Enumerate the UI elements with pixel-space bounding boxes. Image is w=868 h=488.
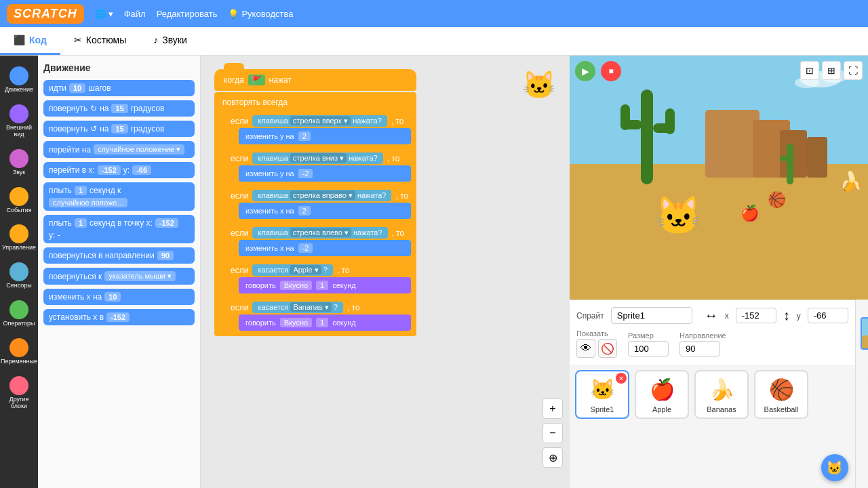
block-point-towards[interactable]: повернуться к указатель мыши ▾ [43, 268, 195, 285]
sprite-item-apple[interactable]: 🍎 Apple [635, 370, 689, 419]
sprite-info-area: Спрайт ↔ x ↕ у Показать 👁 [570, 300, 855, 488]
block-goto-text: перейти на [49, 145, 91, 155]
sprite-props-row: Показать 👁 🚫 Размер Направление [576, 329, 848, 358]
sprite-name-input[interactable] [611, 307, 692, 324]
scene-thumb-svg [862, 319, 868, 350]
block-glide-xy-secs: 1 [75, 218, 87, 228]
scene-thumbnail[interactable] [861, 317, 868, 350]
stage-fullscreen-button[interactable]: ⛶ [844, 61, 863, 80]
if2-then: , то [387, 154, 400, 163]
x-arrow-icon: ↔ [705, 308, 718, 323]
main-layout: Движение Внешний вид Звук События Управл… [0, 56, 868, 488]
if5-say-text: говорить [245, 281, 276, 289]
sidebar-item-motion[interactable]: Движение [0, 62, 38, 98]
block-goto-xy[interactable]: перейти в х: -152 у: -66 [43, 162, 195, 178]
if-block-2[interactable]: если клавиша стрелка вниз ▾ нажата? , то… [225, 148, 414, 184]
sprite-name-row: Спрайт ↔ x ↕ у [576, 307, 848, 324]
block-glide-xy-mid: секунд в точку х: [90, 218, 153, 228]
if2-val: -2 [298, 169, 313, 178]
block-turn-right[interactable]: повернуть ↻ на 15 градусов [43, 100, 195, 117]
sidebar-item-myblocks[interactable]: Другие блоки [0, 372, 38, 414]
edit-menu[interactable]: Редактировать [157, 9, 218, 19]
size-input[interactable] [628, 341, 669, 357]
sprite1-delete-btn[interactable]: ✕ [616, 373, 627, 384]
x-coord-input[interactable] [736, 308, 776, 323]
block-glide-xy-text: плыть [49, 218, 72, 228]
block-go-steps[interactable]: идти 10 шагов [43, 80, 195, 96]
bananas-name: Bananas [707, 405, 736, 413]
if5-condition: касается Apple ▾ ? [252, 264, 332, 276]
stop-button[interactable]: ■ [601, 61, 621, 81]
block-point-direction[interactable]: повернуться в направлении 90 [43, 247, 195, 264]
if2-if: если [231, 154, 248, 163]
green-flag-button[interactable]: ▶ [575, 61, 595, 81]
sidebar-item-control[interactable]: Управление [0, 220, 38, 256]
tab-code[interactable]: ⬛ Код [0, 27, 60, 55]
repeat-forever-block[interactable]: повторять всегда если клавиша стрелка вв… [214, 92, 416, 336]
block-glide-xy[interactable]: плыть 1 секунд в точку х: -152 у: - [43, 215, 195, 243]
sprite-item-basketball[interactable]: 🏀 Basketball [754, 370, 808, 419]
block-glide-dropdown[interactable]: случайное положе... [49, 198, 127, 207]
globe-menu[interactable]: 🌐 ▾ [95, 9, 113, 19]
if5-then: , то [337, 266, 350, 275]
hat-text: когда [224, 75, 244, 85]
sidebar-item-sensing[interactable]: Сенсоры [0, 258, 38, 293]
block-towards-dropdown[interactable]: указатель мыши ▾ [104, 271, 176, 281]
code-label: Код [29, 35, 47, 45]
tutorials-menu[interactable]: 💡 Руководства [228, 9, 293, 19]
if-block-1[interactable]: если клавиша стрелка вверх ▾ нажата? , т… [225, 111, 414, 147]
svg-rect-12 [665, 108, 675, 134]
if-block-6[interactable]: если касается Bananas ▾ ? , то говорить … [225, 298, 414, 333]
block-set-x[interactable]: установить х в -152 [43, 309, 195, 325]
block-change-x-text: изменить х на [49, 292, 102, 302]
if-block-5[interactable]: если касается Apple ▾ ? , то говорить Вк… [225, 260, 414, 296]
sidebar-item-looks[interactable]: Внешний вид [0, 100, 38, 142]
stage-area: ▶ ■ ⊡ ⊞ ⛶ [570, 56, 868, 300]
fit-button[interactable]: ⊕ [542, 447, 563, 468]
sensing-label: Сенсоры [6, 283, 32, 289]
file-menu[interactable]: Файл [124, 9, 146, 19]
hide-button[interactable]: 🚫 [598, 339, 617, 358]
zoom-out-button[interactable]: − [542, 423, 563, 443]
tab-costumes[interactable]: ✂ Костюмы [60, 27, 140, 55]
right-panel: ▶ ■ ⊡ ⊞ ⛶ [570, 56, 868, 488]
hat-block[interactable]: когда 🚩 нажат [214, 69, 416, 91]
y-coord-input[interactable] [808, 308, 848, 323]
globe-arrow: ▾ [108, 9, 113, 19]
sprite-item-bananas[interactable]: 🍌 Bananas [694, 370, 749, 419]
stage-small-view-button[interactable]: ⊡ [800, 61, 819, 80]
if4-val: -2 [298, 243, 313, 253]
sprite-item-sprite1[interactable]: ✕ 🐱 Sprite1 [575, 370, 629, 419]
motion-circle [9, 66, 28, 85]
direction-group: Направление [679, 331, 726, 357]
if2-change-y-text: изменить у на [245, 169, 294, 178]
if3-condition: клавиша стрелка вправо ▾ нажата? [252, 190, 391, 201]
block-change-x[interactable]: изменить х на 10 [43, 289, 195, 305]
visible-btns: 👁 🚫 [576, 339, 617, 358]
direction-label: Направление [679, 331, 726, 340]
if-block-4[interactable]: если клавиша стрелка влево ▾ нажата? , т… [225, 223, 414, 259]
sidebar-item-sound[interactable]: Звук [0, 145, 38, 180]
if-block-3[interactable]: если клавиша стрелка вправо ▾ нажата? , … [225, 186, 414, 222]
category-sidebar: Движение Внешний вид Звук События Управл… [0, 56, 38, 488]
block-steps-suffix: шагов [88, 83, 111, 93]
block-turn-left[interactable]: повернуть ↺ на 15 градусов [43, 121, 195, 137]
stage-normal-view-button[interactable]: ⊞ [822, 61, 841, 80]
sidebar-item-variables[interactable]: Переменные [0, 334, 38, 369]
sidebar-item-operators[interactable]: Операторы [0, 296, 38, 331]
myblocks-circle [9, 376, 28, 395]
block-glide-random[interactable]: плыть 1 секунд к случайное положе... [43, 182, 195, 211]
direction-input[interactable] [679, 341, 720, 357]
block-goto-random[interactable]: перейти на случайное положение ▾ [43, 141, 195, 158]
block-goto-dropdown[interactable]: случайное положение ▾ [94, 144, 184, 155]
show-button[interactable]: 👁 [576, 339, 595, 358]
zoom-in-button[interactable]: + [542, 399, 563, 419]
tab-sounds[interactable]: ♪ Звуки [140, 27, 201, 55]
add-sprite-button[interactable]: 🐱 [821, 454, 848, 481]
sidebar-item-events[interactable]: События [0, 183, 38, 218]
scripts-area[interactable]: 🐱 когда 🚩 нажат повторять всегда если [201, 56, 570, 488]
block-goto-y-text: у: [123, 165, 130, 175]
if6-if: если [231, 303, 248, 312]
sound-label: Звук [13, 169, 25, 176]
block-turn-right-arrow: ↻ [90, 104, 97, 113]
